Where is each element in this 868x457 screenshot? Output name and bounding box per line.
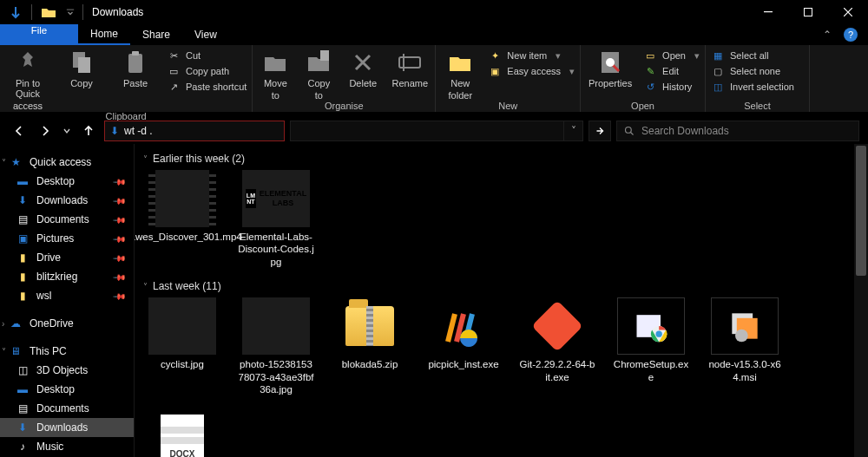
file-dawes-mp4[interactable]: Dawes_Discover_301.mp4 (143, 170, 221, 268)
copy-label: Copy (70, 78, 93, 88)
address-input[interactable] (124, 125, 279, 137)
cut-button[interactable]: ✂Cut (167, 49, 247, 62)
sidebar-downloads[interactable]: ⬇Downloads📌 (0, 191, 134, 210)
delete-button[interactable]: Delete (345, 49, 381, 88)
newfolder-label-1: New (450, 78, 470, 88)
sidebar-drive[interactable]: ▮Drive📌 (0, 248, 134, 267)
sidebar-documents[interactable]: ▤Documents📌 (0, 210, 134, 229)
pc-icon: 🖥 (9, 344, 23, 358)
sidebar-quick-access[interactable]: ˅ ★ Quick access (0, 153, 134, 172)
file-label: Dawes_Discover_301.mp4 (135, 231, 242, 243)
file-chrome-exe[interactable]: ChromeSetup.ex e (612, 297, 690, 395)
address-extra[interactable]: ˅ (290, 121, 583, 141)
rename-button[interactable]: Rename (390, 49, 430, 88)
invert-selection-icon: ◫ (711, 80, 725, 94)
chevron-down-icon: ˅ (143, 154, 148, 164)
move-to-button[interactable]: Move to (258, 49, 293, 101)
scrollbar[interactable] (854, 144, 868, 457)
properties-button[interactable]: Properties (586, 49, 635, 88)
close-button[interactable] (828, 0, 868, 24)
file-label: 36a.jpg (260, 383, 293, 395)
copy-button[interactable]: Copy (59, 49, 104, 88)
select-all-button[interactable]: ▦Select all (711, 49, 794, 62)
sidebar-blitzkrieg[interactable]: ▮blitzkrieg📌 (0, 267, 134, 286)
copy-path-button[interactable]: ▭Copy path (167, 64, 247, 78)
search-box[interactable] (616, 121, 859, 141)
scrollbar-thumb[interactable] (856, 146, 866, 276)
forward-button[interactable] (35, 121, 56, 141)
new-item-label: New item (507, 50, 547, 61)
quick-access-dropdown-icon[interactable] (62, 0, 79, 24)
sidebar-desktop[interactable]: ▬Desktop📌 (0, 172, 134, 191)
image-thumb-icon (148, 297, 216, 355)
file-photo-jpg[interactable]: photo-15238153 78073-a43ae3fbf 36a.jpg (237, 297, 315, 395)
group-label: Last week (11) (153, 280, 221, 292)
paste-button[interactable]: Paste (113, 49, 158, 88)
sidebar-label: Desktop (36, 383, 75, 395)
recent-locations-button[interactable] (61, 121, 73, 141)
sidebar-3d-objects[interactable]: ◫3D Objects (0, 361, 134, 380)
sidebar-downloads-2[interactable]: ⬇Downloads (0, 418, 134, 437)
file-label: Elemental-Labs- (240, 231, 312, 243)
file-label: pg (271, 256, 282, 268)
edit-button[interactable]: ✎Edit (643, 64, 700, 78)
sidebar-music[interactable]: ♪Music (0, 437, 134, 456)
search-input[interactable] (641, 125, 852, 137)
group-last-week[interactable]: ˅ Last week (11) (143, 280, 859, 292)
file-git-exe[interactable]: Git-2.29.2.2-64-b it.exe (518, 297, 596, 395)
svg-rect-7 (320, 50, 329, 61)
sidebar-label: Downloads (36, 421, 88, 434)
go-button[interactable] (589, 121, 611, 141)
copy-to-button[interactable]: Copy to (301, 49, 336, 101)
edit-label: Edit (662, 66, 679, 76)
up-button[interactable] (78, 121, 99, 141)
new-item-button[interactable]: ✦New item▾ (488, 49, 575, 62)
copyto-label-1: Copy (307, 78, 330, 88)
tab-file[interactable]: File (0, 24, 78, 45)
paste-shortcut-button[interactable]: ↗Paste shortcut (167, 80, 247, 94)
open-label: Open (662, 50, 686, 61)
file-elemental-jpg[interactable]: LMNTELEMENTAL LABS Elemental-Labs- Disco… (237, 170, 315, 268)
invert-selection-button[interactable]: ◫Invert selection (711, 80, 794, 94)
git-icon (523, 297, 591, 355)
copy-path-icon: ▭ (167, 64, 181, 78)
new-folder-button[interactable]: New folder (441, 49, 479, 101)
window-title: Downloads (92, 6, 143, 18)
file-cyclist-jpg[interactable]: cyclist.jpg (143, 297, 221, 395)
minimize-button[interactable] (748, 0, 788, 24)
file-node-msi[interactable]: node-v15.3.0-x6 4.msi (706, 297, 784, 395)
sidebar-label: 3D Objects (36, 364, 88, 376)
pin-to-quick-access-button[interactable]: Pin to Quick access (5, 49, 50, 111)
picpick-icon (430, 297, 497, 355)
address-bar[interactable]: ⬇ (104, 121, 285, 141)
file-blokada-zip[interactable]: blokada5.zip (331, 297, 409, 395)
maximize-button[interactable] (788, 0, 828, 24)
file-moc-docx[interactable]: DOCX moc.docx (143, 411, 221, 457)
collapse-ribbon-icon[interactable]: ⌃ (823, 29, 832, 41)
sidebar-documents-2[interactable]: ▤Documents (0, 399, 134, 418)
easy-access-button[interactable]: ▣Easy access▾ (488, 64, 575, 78)
tab-share[interactable]: Share (130, 24, 182, 45)
sidebar-label: Documents (36, 213, 89, 225)
file-label: node-v15.3.0-x6 (708, 358, 780, 370)
sidebar-wsl[interactable]: ▮wsl📌 (0, 286, 134, 305)
sidebar-desktop-2[interactable]: ▬Desktop (0, 380, 134, 399)
cut-label: Cut (186, 50, 201, 61)
copyto-label-2: to (315, 90, 323, 101)
tab-home[interactable]: Home (78, 24, 130, 45)
tab-view[interactable]: View (182, 24, 229, 45)
group-earlier-week[interactable]: ˅ Earlier this week (2) (143, 153, 859, 165)
help-icon[interactable]: ? (844, 28, 858, 42)
sidebar-onedrive[interactable]: ›☁OneDrive (0, 314, 134, 333)
sidebar-pictures[interactable]: ▣Pictures📌 (0, 229, 134, 248)
address-dropdown-icon[interactable]: ˅ (563, 121, 582, 140)
easy-access-label: Easy access (507, 66, 561, 76)
sidebar-this-pc[interactable]: ˅🖥This PC (0, 342, 134, 361)
select-none-button[interactable]: ▢Select none (711, 64, 794, 78)
move-label-1: Move (264, 78, 287, 88)
file-picpick-exe[interactable]: picpick_inst.exe (424, 297, 503, 395)
history-button[interactable]: ↺History (643, 80, 700, 94)
open-button[interactable]: ▭Open▾ (643, 49, 700, 62)
back-button[interactable] (9, 121, 30, 141)
select-none-label: Select none (730, 66, 780, 76)
